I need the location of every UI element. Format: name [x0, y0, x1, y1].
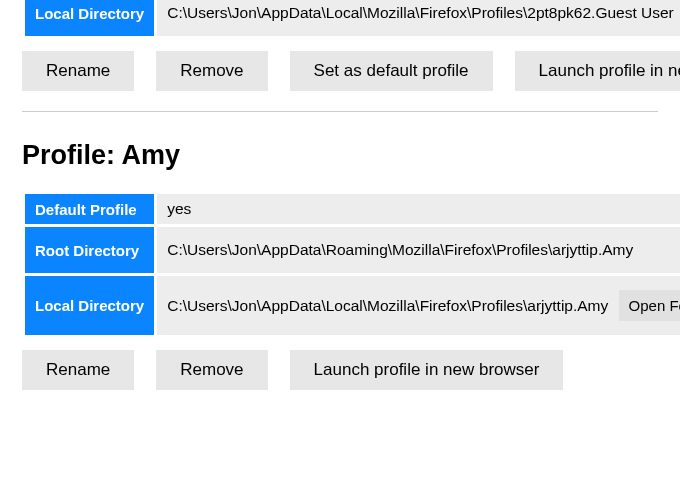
local-directory-path: C:\Users\Jon\AppData\Local\Mozilla\Firef… [167, 297, 608, 314]
divider [22, 111, 658, 112]
row-value-default-profile: yes [157, 194, 680, 224]
row-label-default-profile: Default Profile [25, 194, 154, 224]
row-label-local-directory: Local Directory [25, 0, 154, 36]
rename-button[interactable]: Rename [22, 51, 134, 91]
row-value-root-directory: C:\Users\Jon\AppData\Roaming\Mozilla\Fir… [157, 227, 680, 273]
open-folder-button[interactable]: Open Folder [619, 290, 680, 321]
set-default-button[interactable]: Set as default profile [290, 51, 493, 91]
row-value-local-directory: C:\Users\Jon\AppData\Local\Mozilla\Firef… [157, 276, 680, 335]
profile-actions: Rename Remove Launch profile in new brow… [22, 350, 658, 390]
row-label-root-directory: Root Directory [25, 227, 154, 273]
table-row: Local Directory C:\Users\Jon\AppData\Loc… [25, 276, 680, 335]
launch-profile-button[interactable]: Launch profile in new browser [290, 350, 564, 390]
profile-table: Default Profile yes Root Directory C:\Us… [22, 191, 680, 338]
launch-profile-button[interactable]: Launch profile in new browser [515, 51, 680, 91]
row-label-local-directory: Local Directory [25, 276, 154, 335]
profile-actions: Rename Remove Set as default profile Lau… [22, 51, 658, 91]
profile-table: Local Directory C:\Users\Jon\AppData\Loc… [22, 0, 680, 39]
remove-button[interactable]: Remove [156, 51, 267, 91]
rename-button[interactable]: Rename [22, 350, 134, 390]
row-value-local-directory: C:\Users\Jon\AppData\Local\Mozilla\Firef… [157, 0, 680, 36]
remove-button[interactable]: Remove [156, 350, 267, 390]
profile-title: Profile: Amy [22, 140, 658, 171]
table-row: Default Profile yes [25, 194, 680, 224]
table-row: Local Directory C:\Users\Jon\AppData\Loc… [25, 0, 680, 36]
table-row: Root Directory C:\Users\Jon\AppData\Roam… [25, 227, 680, 273]
